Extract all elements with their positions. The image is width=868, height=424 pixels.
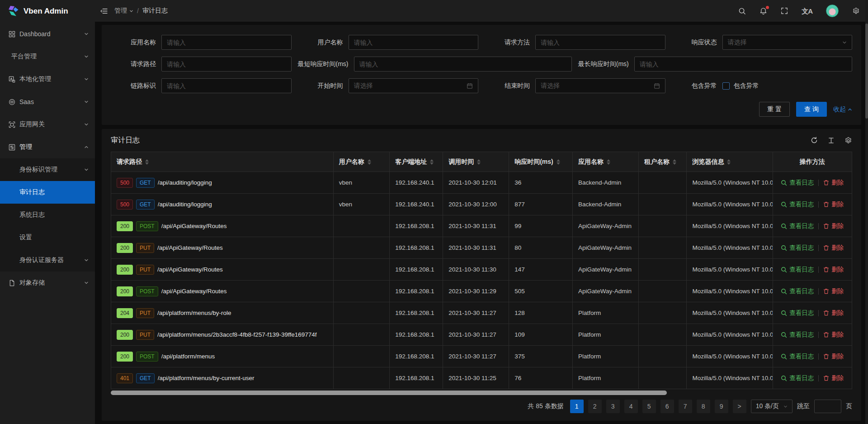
breadcrumb-section[interactable]: 管理 xyxy=(114,7,133,15)
delete-link[interactable]: 删除 xyxy=(823,374,844,382)
view-log-link[interactable]: 查看日志 xyxy=(781,179,814,187)
page-button-7[interactable]: 7 xyxy=(679,400,692,413)
view-log-link[interactable]: 查看日志 xyxy=(781,287,814,295)
view-log-link[interactable]: 查看日志 xyxy=(781,331,814,339)
sort-icon[interactable] xyxy=(477,159,481,165)
menu-fold-icon[interactable] xyxy=(100,7,108,15)
app-name-input[interactable] xyxy=(161,35,292,50)
page-button-8[interactable]: 8 xyxy=(697,400,710,413)
request-path-input[interactable] xyxy=(161,57,292,71)
delete-link[interactable]: 删除 xyxy=(823,179,844,187)
delete-link[interactable]: 删除 xyxy=(823,287,844,295)
page-size-select[interactable]: 10 条/页 xyxy=(751,400,793,413)
bell-icon[interactable] xyxy=(760,7,767,15)
search-icon[interactable] xyxy=(738,7,746,15)
max-response-time-input[interactable] xyxy=(634,57,852,71)
window-scrollbar[interactable] xyxy=(865,0,868,424)
gateway-icon xyxy=(8,121,15,128)
collapse-link[interactable]: 收起 xyxy=(833,105,852,114)
sidebar-item-platform[interactable]: 平台管理 xyxy=(0,45,95,68)
page-button-5[interactable]: 5 xyxy=(642,400,656,413)
column-header-tenant[interactable]: 租户名称 xyxy=(638,152,687,172)
request-method-input[interactable] xyxy=(535,35,665,50)
view-log-link[interactable]: 查看日志 xyxy=(781,309,814,317)
sidebar-item-audit-log[interactable]: 审计日志 xyxy=(0,181,95,204)
page-button-6[interactable]: 6 xyxy=(660,400,674,413)
table-header-row: 请求路径用户名称客户端地址调用时间响应时间(ms)应用名称租户名称浏览器信息操作… xyxy=(111,152,852,172)
sidebar-item-auth-server[interactable]: 身份认证服务器 xyxy=(0,249,95,272)
sidebar-item-saas[interactable]: Saas xyxy=(0,91,95,113)
cell-client-address: 192.168.208.1 xyxy=(390,281,443,302)
filter-field-request-method: 请求方法 xyxy=(485,35,665,50)
page-button-1[interactable]: 1 xyxy=(570,400,584,413)
view-log-link[interactable]: 查看日志 xyxy=(781,374,814,382)
sidebar-item-gateway[interactable]: 应用网关 xyxy=(0,113,95,136)
min-response-time-input[interactable] xyxy=(354,57,572,71)
filter-form: 应用名称用户名称请求方法响应状态请选择请求路径最短响应时间(ms)最长响应时间(… xyxy=(111,35,852,93)
delete-link[interactable]: 删除 xyxy=(823,353,844,361)
sort-icon[interactable] xyxy=(145,159,149,165)
filter-field-end-time: 结束时间请选择 xyxy=(485,78,665,93)
end-time-picker[interactable]: 请选择 xyxy=(535,78,665,93)
reset-button[interactable]: 重 置 xyxy=(759,102,790,117)
window-scrollbar-thumb[interactable] xyxy=(865,24,868,119)
sidebar-item-identity[interactable]: 身份标识管理 xyxy=(0,158,95,181)
settings-icon[interactable] xyxy=(852,7,860,15)
start-time-picker[interactable]: 请选择 xyxy=(349,78,479,93)
include-exception-checkbox[interactable] xyxy=(722,82,730,90)
view-log-link[interactable]: 查看日志 xyxy=(781,353,814,361)
status-badge: 401 xyxy=(117,373,133,383)
response-status-select[interactable]: 请选择 xyxy=(722,35,853,50)
trash-icon xyxy=(823,267,829,272)
user-name-input[interactable] xyxy=(349,35,479,50)
page-button-2[interactable]: 2 xyxy=(588,400,602,413)
column-header-ms[interactable]: 响应时间(ms) xyxy=(509,152,573,172)
jump-page-input[interactable] xyxy=(814,400,841,413)
sort-icon[interactable] xyxy=(430,159,434,165)
horizontal-scrollbar-thumb[interactable] xyxy=(111,391,667,395)
column-header-path[interactable]: 请求路径 xyxy=(111,152,334,172)
query-button[interactable]: 查 询 xyxy=(796,102,827,117)
table-title: 审计日志 xyxy=(111,136,140,145)
translate-icon[interactable]: 文A xyxy=(802,8,812,14)
page-button-4[interactable]: 4 xyxy=(624,400,638,413)
sidebar-item-settings[interactable]: 设置 xyxy=(0,226,95,249)
view-log-link[interactable]: 查看日志 xyxy=(781,266,814,274)
cell-user xyxy=(333,215,390,237)
sort-icon[interactable] xyxy=(727,159,731,165)
sidebar-item-manage[interactable]: 管理 xyxy=(0,136,95,158)
cell-path: 200PUT/api/ApiGateway/Routes xyxy=(111,259,334,281)
column-header-app[interactable]: 应用名称 xyxy=(573,152,639,172)
sidebar-item-system-log[interactable]: 系统日志 xyxy=(0,204,95,226)
column-header-user[interactable]: 用户名称 xyxy=(333,152,390,172)
page-button-3[interactable]: 3 xyxy=(606,400,620,413)
sidebar-item-object-storage[interactable]: 对象存储 xyxy=(0,272,95,294)
sort-icon[interactable] xyxy=(557,159,560,165)
view-log-link[interactable]: 查看日志 xyxy=(781,222,814,230)
sort-icon[interactable] xyxy=(673,159,676,165)
delete-link[interactable]: 删除 xyxy=(823,222,844,230)
delete-link[interactable]: 删除 xyxy=(823,331,844,339)
delete-link[interactable]: 删除 xyxy=(823,309,844,317)
cell-app-name: Platform xyxy=(573,346,639,367)
cell-browser-info: Mozilla/5.0 (Windows NT 10.0; Win xyxy=(687,302,773,324)
column-header-ip[interactable]: 客户端地址 xyxy=(390,152,443,172)
sidebar-item-localization[interactable]: 本地化管理 xyxy=(0,68,95,91)
view-log-link[interactable]: 查看日志 xyxy=(781,244,814,252)
delete-link[interactable]: 删除 xyxy=(823,200,844,209)
column-header-browser[interactable]: 浏览器信息 xyxy=(687,152,773,172)
sidebar-item-dashboard[interactable]: Dashboard xyxy=(0,23,95,45)
next-page-button[interactable]: > xyxy=(733,400,746,413)
fullscreen-icon[interactable] xyxy=(781,7,788,14)
delete-link[interactable]: 删除 xyxy=(823,266,844,274)
sort-icon[interactable] xyxy=(607,159,610,165)
app-logo[interactable]: Vben Admin xyxy=(0,0,95,23)
horizontal-scrollbar[interactable] xyxy=(111,391,852,395)
trace-id-input[interactable] xyxy=(161,78,292,93)
page-button-9[interactable]: 9 xyxy=(715,400,728,413)
avatar[interactable] xyxy=(826,5,839,17)
column-header-time[interactable]: 调用时间 xyxy=(443,152,509,172)
delete-link[interactable]: 删除 xyxy=(823,244,844,252)
sort-icon[interactable] xyxy=(368,159,371,165)
view-log-link[interactable]: 查看日志 xyxy=(781,200,814,209)
